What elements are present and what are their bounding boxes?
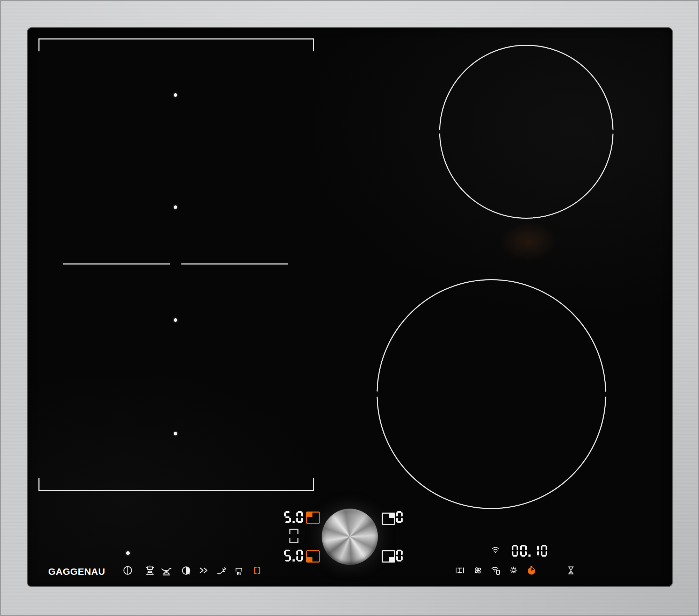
- clock-icon: [181, 565, 192, 576]
- transfer-icon: [216, 565, 227, 576]
- power-indicator-dot: [126, 551, 130, 555]
- wifi-device-icon: [490, 565, 501, 576]
- cooking-zone-circles: [27, 27, 673, 587]
- power-button[interactable]: [120, 563, 135, 578]
- keep-warm-button[interactable]: [231, 563, 246, 578]
- stopwatch-timer-button[interactable]: [524, 563, 539, 578]
- rear-right-zone-circle: [440, 45, 613, 218]
- brand-logo: GAGGENAU: [48, 567, 105, 577]
- frying-sensor-button[interactable]: [159, 563, 174, 578]
- hourglass-icon: [565, 565, 576, 576]
- zone-indicator-right-front-icon: [382, 550, 395, 563]
- control-knob[interactable]: [322, 509, 378, 565]
- level-display-right-rear: [396, 511, 403, 523]
- bridge-link-top-icon: [289, 529, 298, 534]
- wifi-icon: [491, 545, 500, 555]
- level-display-left-rear: [284, 511, 303, 523]
- light-button[interactable]: [506, 563, 521, 578]
- keep-warm-icon: [233, 565, 244, 576]
- boost-button[interactable]: [196, 563, 211, 578]
- bridge-link-bottom-icon: [289, 538, 298, 543]
- wifi-icon: [491, 545, 500, 555]
- home-connect-button[interactable]: [488, 563, 503, 578]
- reflection-smudge: [499, 221, 558, 261]
- pan-sensor-icon: [160, 564, 172, 576]
- short-term-timer-button[interactable]: [563, 563, 578, 578]
- timer-display: [512, 545, 547, 557]
- pan-transfer-button[interactable]: [214, 563, 229, 578]
- hood-control-button[interactable]: [452, 563, 467, 578]
- zone-indicator-right-rear-icon: [382, 513, 395, 525]
- fan-button[interactable]: [470, 563, 485, 578]
- level-display-left-front: [284, 550, 303, 561]
- zone-indicator-left-rear-icon: [306, 512, 320, 524]
- pot-sensor-icon: [144, 564, 156, 576]
- level-display-right-front: [396, 550, 403, 561]
- power-icon: [122, 565, 133, 576]
- cooking-sensor-button[interactable]: [142, 563, 158, 578]
- front-right-zone-circle: [377, 280, 606, 508]
- light-icon: [508, 565, 519, 576]
- flex-bracket-icon: [252, 565, 262, 576]
- glass-surface: GAGGENAU: [27, 27, 673, 587]
- zone-indicator-left-front-icon: [306, 550, 320, 563]
- double-chevron-icon: [198, 565, 209, 576]
- i-beam-icon: [454, 565, 465, 576]
- flex-zone-button[interactable]: [249, 563, 265, 578]
- fan-icon: [473, 565, 483, 576]
- timer-clock-button[interactable]: [178, 563, 194, 578]
- gaggenau-induction-cooktop: GAGGENAU: [0, 0, 699, 616]
- stopwatch-icon: [526, 565, 537, 576]
